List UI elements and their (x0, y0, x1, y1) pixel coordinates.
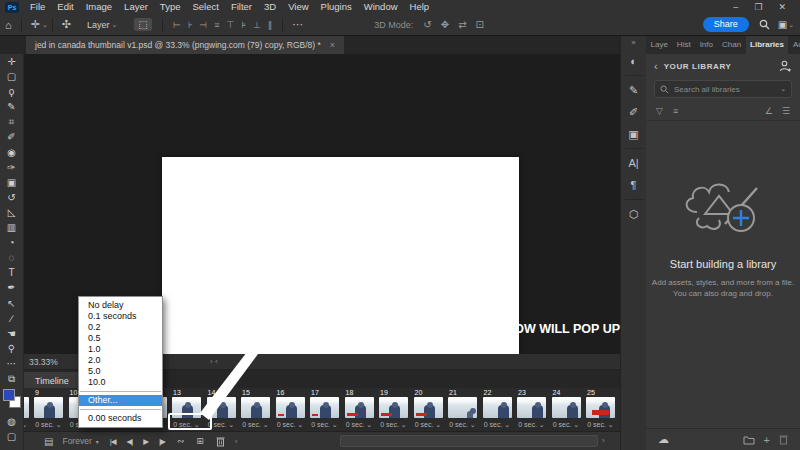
align-bottom-icon[interactable]: ⊥ (253, 20, 261, 30)
clone-stamp-tool[interactable]: ▣ (0, 175, 23, 190)
chevron-down-icon[interactable]: ⌄ (42, 21, 48, 29)
frame-delay-dropdown[interactable]: 0 sec. ⌄ (275, 421, 306, 429)
frame-thumbnail[interactable] (379, 397, 408, 418)
delay-option-0-1-seconds[interactable]: 0.1 seconds (79, 311, 162, 322)
frame-19[interactable]: 190 sec. ⌄ (378, 389, 409, 430)
menu-select[interactable]: Select (186, 0, 224, 14)
frame-24[interactable]: 240 sec. ⌄ (551, 389, 582, 430)
chevron-down-icon[interactable]: ⌄ (788, 21, 794, 29)
edit-toolbar-icon[interactable]: ⋯ (0, 356, 23, 371)
invite-person-icon[interactable] (779, 60, 792, 72)
gradient-tool[interactable]: ▥ (0, 220, 23, 235)
previous-frame-button[interactable]: ◀| (126, 437, 132, 446)
brush-tool[interactable]: ✑ (0, 160, 23, 175)
horizontal-scrollbar-thumb[interactable] (340, 435, 598, 447)
tab-hist[interactable]: Hist (672, 36, 695, 54)
frame-16[interactable]: 160 sec. ⌄ (275, 389, 306, 430)
tab-info[interactable]: Info (695, 36, 717, 54)
frame-9[interactable]: 90 sec. ⌄ (33, 389, 64, 430)
blur-tool[interactable]: ◔ (0, 235, 23, 250)
menu-image[interactable]: Image (80, 0, 118, 14)
tab-chan[interactable]: Chan (717, 36, 745, 54)
align-center-h-icon[interactable]: ⊦ (188, 20, 193, 30)
orbit-3d-icon[interactable]: ↺ (423, 19, 431, 30)
healing-brush-tool[interactable]: ◉ (0, 145, 23, 160)
back-chevron-icon[interactable]: ‹ (654, 60, 658, 72)
mask-mode-icon[interactable]: ⧉ (0, 371, 23, 386)
align-top-icon[interactable]: ⊤ (226, 20, 234, 30)
screen-mode-icon[interactable]: ▢ (0, 429, 23, 444)
tween-button[interactable]: ∾ (177, 436, 185, 446)
frame-delay-dropdown[interactable]: 0 sec. ⌄ (585, 421, 616, 429)
menu-layer[interactable]: Layer (118, 0, 154, 14)
frame-thumbnail[interactable] (241, 397, 270, 418)
workspace-switcher-icon[interactable]: ▣ (778, 19, 787, 30)
scroll-left-arrow[interactable]: ‹ (235, 437, 238, 446)
distribute-h-icon[interactable]: ≡ (214, 20, 219, 30)
new-frame-button[interactable]: ⊞ (196, 436, 204, 446)
library-search-input[interactable]: Search all libraries ⌄ (654, 80, 792, 98)
frame-thumbnail[interactable] (24, 397, 29, 418)
dodge-tool[interactable]: ◌ (0, 250, 23, 265)
cloud-sync-icon[interactable]: ☁ (658, 433, 669, 446)
frame-thumbnail[interactable] (517, 397, 546, 418)
frame-delay-dropdown[interactable]: 0 sec. ⌄ (413, 421, 444, 429)
frame-delay-dropdown[interactable]: 0 sec. ⌄ (447, 421, 478, 429)
frame-thumbnail[interactable] (310, 397, 339, 418)
more-options-icon[interactable]: ⋯ (287, 18, 308, 31)
list-view-icon[interactable]: ☰ (782, 106, 790, 116)
3d-axis-icon[interactable]: ✣ (57, 18, 76, 31)
delay-option-1-0[interactable]: 1.0 (79, 344, 162, 355)
align-right-icon[interactable]: ⊣ (199, 20, 207, 30)
scroll-right-arrow[interactable]: › (602, 435, 605, 447)
document-tab[interactable]: jed in canada thumbnail v1.psd @ 33.3% (… (26, 36, 344, 54)
menu-plugins[interactable]: Plugins (315, 0, 358, 14)
frame-delay-dropdown[interactable]: 0 sec. ⌄ (482, 421, 513, 429)
trash-icon[interactable] (779, 434, 788, 445)
delete-frame-button[interactable] (216, 436, 225, 447)
frame-thumbnail[interactable] (448, 397, 477, 418)
frame-22[interactable]: 220 sec. ⌄ (482, 389, 513, 430)
minimize-icon[interactable]: – (733, 2, 738, 12)
align-middle-icon[interactable]: ⊧ (241, 20, 246, 30)
frame-15[interactable]: 150 sec. ⌄ (240, 389, 271, 430)
frame-18[interactable]: 180 sec. ⌄ (344, 389, 375, 430)
menu-type[interactable]: Type (154, 0, 187, 14)
quick-selection-tool[interactable]: ✎ (0, 99, 23, 114)
marquee-tool[interactable]: ▢ (0, 69, 23, 84)
brushes-panel-icon[interactable]: ✐ (621, 101, 646, 123)
frame-23[interactable]: 230 sec. ⌄ (516, 389, 547, 430)
delay-option-0-00-seconds[interactable]: 0.00 seconds (79, 413, 162, 424)
tab-libraries[interactable]: Libraries (746, 36, 789, 54)
frame-delay-dropdown[interactable]: 0 sec. ⌄ (240, 421, 271, 429)
frame-20[interactable]: 200 sec. ⌄ (413, 389, 444, 430)
frame-delay-dropdown[interactable]: 0 sec. ⌄ (309, 421, 340, 429)
menu-edit[interactable]: Edit (51, 0, 79, 14)
history-brush-tool[interactable]: ↺ (0, 190, 23, 205)
delay-option-0-2[interactable]: 0.2 (79, 322, 162, 333)
eraser-tool[interactable]: ◺ (0, 205, 23, 220)
pan-3d-icon[interactable]: ✥ (441, 19, 449, 30)
home-icon[interactable]: ⌂ (0, 19, 17, 31)
adjustments-panel-icon[interactable]: ◐ (621, 50, 646, 72)
graph-view-icon[interactable]: ∠ (765, 106, 773, 116)
delay-option-10-0[interactable]: 10.0 (79, 377, 162, 388)
menu-filter[interactable]: Filter (225, 0, 258, 14)
quick-mask-icon[interactable]: ◍ (0, 414, 23, 429)
delay-option-5-0[interactable]: 5.0 (79, 366, 162, 377)
frame-thumbnail[interactable] (586, 397, 615, 418)
frame-17[interactable]: 170 sec. ⌄ (309, 389, 340, 430)
delay-option-2-0[interactable]: 2.0 (79, 355, 162, 366)
zoom-level[interactable]: 33.33% (29, 357, 58, 367)
search-icon[interactable] (759, 19, 770, 30)
hand-tool[interactable]: ☚ (0, 326, 23, 341)
frame-thumbnail[interactable] (34, 397, 63, 418)
frame-thumbnail[interactable] (276, 397, 305, 418)
filter-icon[interactable]: ▽ (656, 106, 663, 116)
crop-tool[interactable]: ⌗ (0, 114, 23, 129)
frame-delay-dropdown[interactable]: 0 sec. ⌄ (33, 421, 64, 429)
align-left-icon[interactable]: ⊢ (173, 20, 181, 30)
delay-option-0-5[interactable]: 0.5 (79, 333, 162, 344)
frame-8[interactable]: 80 sec. ⌄ (24, 389, 30, 430)
frame-21[interactable]: 210 sec. ⌄ (447, 389, 478, 430)
